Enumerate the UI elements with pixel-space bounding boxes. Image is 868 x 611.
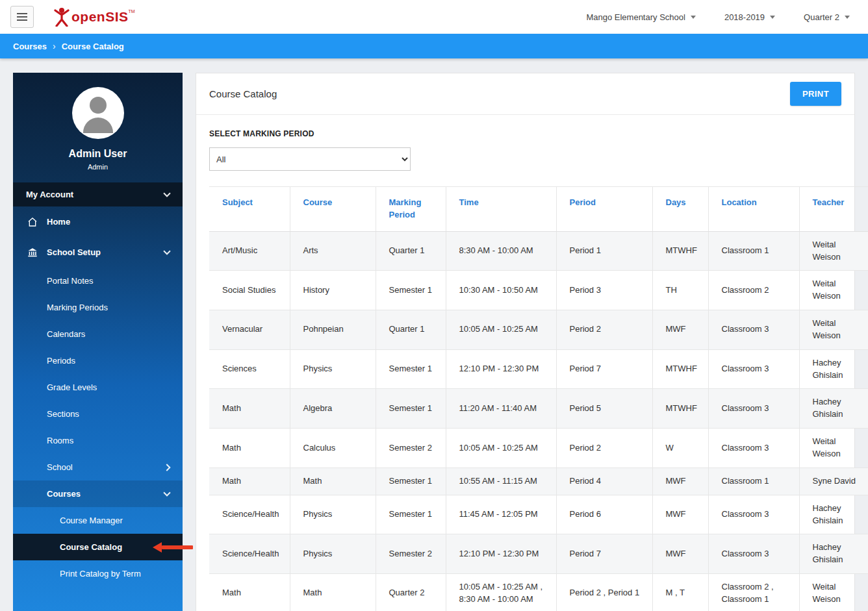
school-year-selector[interactable]: 2018-2019 xyxy=(724,12,775,22)
opensis-logo[interactable]: openSIS TM xyxy=(53,7,135,27)
table-cell: Period 3 xyxy=(556,271,652,310)
table-cell: Math xyxy=(209,389,290,429)
my-account-menu[interactable]: My Account xyxy=(13,182,183,206)
table-cell: 11:45 AM - 12:05 PM xyxy=(446,495,556,534)
sidebar-item-school[interactable]: School xyxy=(13,454,183,480)
table-cell: Weital Weison xyxy=(799,310,868,350)
table-cell: Social Studies xyxy=(209,271,290,310)
marking-period-label: SELECT MARKING PERIOD xyxy=(209,129,841,138)
table-cell: Period 2 xyxy=(556,310,652,350)
catalog-table-body: Art/MusicArtsQuarter 18:30 AM - 10:00 AM… xyxy=(209,231,868,611)
column-header: Days xyxy=(652,187,708,232)
table-cell: Semester 1 xyxy=(376,468,446,495)
course-catalog-panel: Course Catalog PRINT SELECT MARKING PERI… xyxy=(196,73,855,611)
sidebar-item-print-catalog-by-term[interactable]: Print Catalog by Term xyxy=(13,560,183,587)
table-cell: Hachey Ghislain xyxy=(799,349,868,389)
table-cell: Math xyxy=(290,468,376,495)
table-cell: 11:20 AM - 11:40 AM xyxy=(446,389,556,429)
sidebar-item-school-setup[interactable]: School Setup xyxy=(13,237,183,268)
chevron-down-icon xyxy=(163,489,170,496)
table-cell: MTWHF xyxy=(652,349,708,389)
table-cell: Period 1 xyxy=(556,231,652,271)
sidebar-item-rooms[interactable]: Rooms xyxy=(13,427,183,454)
breadcrumb-separator-icon: › xyxy=(53,41,56,51)
table-cell: Semester 1 xyxy=(376,389,446,429)
sidebar-item-course-manager[interactable]: Course Manager xyxy=(13,507,183,534)
chevron-right-icon xyxy=(163,464,170,471)
hamburger-menu-icon[interactable] xyxy=(10,6,34,28)
table-cell: 10:55 AM - 11:15 AM xyxy=(446,468,556,495)
content-area: Admin User Admin My Account Home School … xyxy=(0,58,868,611)
table-cell: Physics xyxy=(290,349,376,389)
school-setup-icon xyxy=(27,247,38,258)
chevron-down-icon xyxy=(845,16,850,19)
sidebar-item-portal-notes[interactable]: Portal Notes xyxy=(13,268,183,294)
table-cell: Quarter 1 xyxy=(376,310,446,350)
table-cell: Classroom 3 xyxy=(708,349,799,389)
sidebar: Admin User Admin My Account Home School … xyxy=(13,73,183,611)
table-cell: Art/Music xyxy=(209,231,290,271)
table-cell: Period 4 xyxy=(556,468,652,495)
print-button[interactable]: PRINT xyxy=(790,82,841,106)
table-cell: 12:10 PM - 12:30 PM xyxy=(446,534,556,574)
table-cell: Math xyxy=(209,429,290,468)
table-cell: Math xyxy=(209,468,290,495)
sidebar-item-home[interactable]: Home xyxy=(13,206,183,237)
column-header: Marking Period xyxy=(376,187,446,232)
logo-text: openSIS xyxy=(71,7,129,27)
table-cell: Pohnpeian xyxy=(290,310,376,350)
table-cell: 10:05 AM - 10:25 AM xyxy=(446,429,556,468)
breadcrumb-current-page: Course Catalog xyxy=(62,42,124,51)
table-cell: 10:05 AM - 10:25 AM xyxy=(446,310,556,350)
table-row: MathAlgebraSemester 111:20 AM - 11:40 AM… xyxy=(209,389,868,429)
school-selector[interactable]: Mango Elementary School xyxy=(586,12,695,22)
profile-section: Admin User Admin xyxy=(13,73,183,182)
table-cell: Science/Health xyxy=(209,534,290,574)
table-cell: Classroom 1 xyxy=(708,468,799,495)
topbar: openSIS TM Mango Elementary School 2018-… xyxy=(0,0,868,34)
table-cell: Quarter 2 xyxy=(376,574,446,611)
chevron-down-icon xyxy=(691,16,696,19)
chevron-down-icon xyxy=(770,16,775,19)
table-row: MathCalculusSemester 210:05 AM - 10:25 A… xyxy=(209,429,868,468)
page-title: Course Catalog xyxy=(209,88,277,99)
table-row: Science/HealthPhysicsSemester 212:10 PM … xyxy=(209,534,868,574)
table-cell: Physics xyxy=(290,495,376,534)
table-cell: Vernacular xyxy=(209,310,290,350)
table-cell: MWF xyxy=(652,468,708,495)
table-cell: Semester 1 xyxy=(376,271,446,310)
sidebar-item-periods[interactable]: Periods xyxy=(13,347,183,374)
sidebar-item-marking-periods[interactable]: Marking Periods xyxy=(13,294,183,321)
marking-period-term-selector[interactable]: Quarter 2 xyxy=(804,12,850,22)
breadcrumb-courses[interactable]: Courses xyxy=(13,42,47,51)
table-cell: Weital Weison xyxy=(799,574,868,611)
column-header: Subject xyxy=(209,187,290,232)
table-cell: Science/Health xyxy=(209,495,290,534)
sidebar-item-grade-levels[interactable]: Grade Levels xyxy=(13,374,183,401)
table-cell: Math xyxy=(209,574,290,611)
table-cell: Classroom 2 , Classroom 1 xyxy=(708,574,799,611)
table-cell: Math xyxy=(290,574,376,611)
table-cell: 10:30 AM - 10:50 AM xyxy=(446,271,556,310)
table-cell: Classroom 1 xyxy=(708,231,799,271)
table-cell: Weital Weison xyxy=(799,231,868,271)
sidebar-item-sections[interactable]: Sections xyxy=(13,401,183,427)
table-cell: W xyxy=(652,429,708,468)
marking-period-select[interactable]: All xyxy=(209,147,411,171)
profile-name: Admin User xyxy=(13,148,183,160)
sidebar-item-calendars[interactable]: Calendars xyxy=(13,321,183,347)
table-cell: Weital Weison xyxy=(799,429,868,468)
table-cell: Algebra xyxy=(290,389,376,429)
sidebar-nav: Home School Setup Portal Notes Marking P… xyxy=(13,206,183,587)
table-cell: TH xyxy=(652,271,708,310)
sidebar-item-course-catalog[interactable]: Course Catalog xyxy=(13,534,183,560)
table-cell: Sciences xyxy=(209,349,290,389)
chevron-down-icon xyxy=(163,247,170,255)
column-header: Course xyxy=(290,187,376,232)
table-cell: Period 2 xyxy=(556,429,652,468)
sidebar-item-courses[interactable]: Courses xyxy=(13,480,183,507)
table-cell: MWF xyxy=(652,534,708,574)
column-header: Period xyxy=(556,187,652,232)
course-catalog-table: SubjectCourseMarking PeriodTimePeriodDay… xyxy=(209,186,868,611)
table-cell: MTWHF xyxy=(652,389,708,429)
